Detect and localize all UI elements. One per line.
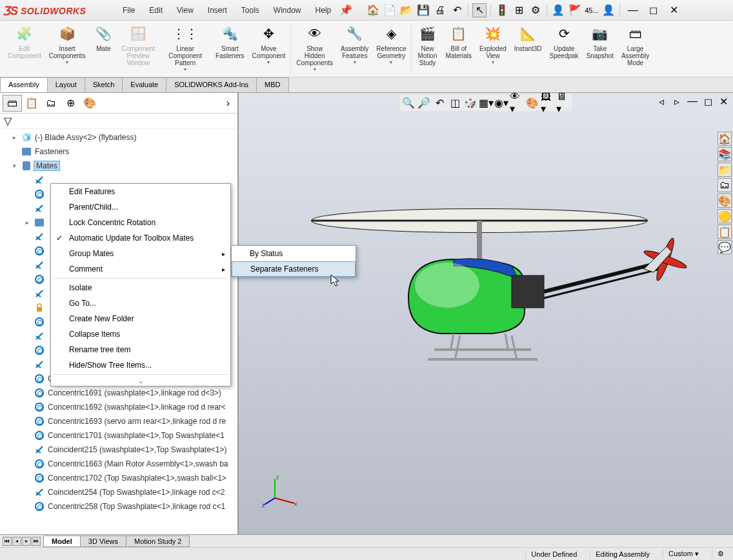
ribbon-linear-pattern[interactable]: ⋮⋮Linear ComponentPattern▾ (159, 22, 212, 77)
edit-appearance-icon[interactable]: 👁▾ (510, 95, 524, 110)
save-icon[interactable]: 💾 (416, 3, 430, 17)
display-style-icon[interactable]: ▦▾ (479, 95, 493, 110)
ribbon-update-speedpak[interactable]: ⟳UpdateSpeedpak (546, 22, 583, 77)
ribbon-instant3d[interactable]: 📐Instant3D (510, 22, 546, 77)
tree-item-fasteners[interactable]: Fasteners (0, 145, 237, 159)
ribbon-new-motion-study[interactable]: 🎬NewMotionStudy (413, 22, 441, 77)
ribbon-take-snapshot[interactable]: 📷TakeSnapshot (583, 22, 618, 77)
viewport-prev-icon[interactable]: ◃ (654, 94, 668, 108)
hide-show-icon[interactable]: ◉▾ (494, 95, 508, 110)
viewport-close-icon[interactable]: ✕ (716, 94, 730, 108)
menu-help[interactable]: Help (309, 3, 338, 17)
tree-mate-item[interactable]: Concentric1701 (swashplate<1>,Top Swashp… (0, 428, 237, 443)
menu-tools[interactable]: Tools (235, 3, 266, 17)
maximize-button[interactable]: ◻ (645, 3, 663, 17)
view-settings-icon[interactable]: 🖼▾ (541, 95, 555, 110)
tree-mate-item[interactable]: Coincident254 (Top Swashplate<1>,linkage… (0, 485, 237, 499)
displaymanager-tab-icon[interactable]: 🎨 (80, 95, 99, 112)
previous-view-icon[interactable]: ↶ (432, 95, 447, 110)
rail-resources-icon[interactable]: 📚 (718, 147, 732, 161)
viewport-next-icon[interactable]: ▹ (670, 94, 684, 108)
cm-create-new-folder[interactable]: Create New Folder (51, 311, 230, 326)
home-icon[interactable]: 🏠 (366, 3, 380, 17)
cm-hide-show-tree-items[interactable]: Hide/Show Tree Items... (51, 357, 230, 373)
flag-icon[interactable]: 🚩 (568, 3, 582, 17)
ribbon-smart-fasteners[interactable]: 🔩SmartFasteners (212, 22, 248, 77)
minimize-button[interactable]: — (624, 3, 642, 17)
cm-parent-child[interactable]: Parent/Child... (51, 199, 230, 215)
tab-mbd[interactable]: MBD (256, 77, 288, 92)
featuretree-tab-icon[interactable]: 🗃 (3, 95, 22, 112)
rail-custom-properties-icon[interactable]: 📋 (718, 225, 732, 239)
undo-icon[interactable]: ↶ (450, 3, 464, 17)
tree-mate-item[interactable]: Concentric1663 (Main Rotor Assembly<1>,s… (0, 457, 237, 471)
bt-next-icon[interactable]: ▸ (22, 537, 31, 546)
tree-mate-item[interactable]: Concentric1693 (servo arm rear<1>,linkag… (0, 414, 237, 428)
tree-mate-item[interactable]: Coincident215 (swashplate<1>,Top Swashpl… (0, 443, 237, 457)
ribbon-assembly-features[interactable]: 🔧AssemblyFeatures▾ (337, 22, 372, 77)
tree-mate-item[interactable]: Concentric1691 (swashplate<1>,linkage ro… (0, 386, 237, 400)
cm-expand-more[interactable]: ⌄ (51, 376, 230, 386)
zoom-area-icon[interactable]: 🔎 (417, 95, 431, 110)
submenu-separate-fasteners[interactable]: Separate Fasteners (232, 261, 356, 277)
tree-filter[interactable]: ▽ (0, 114, 237, 129)
zoom-fit-icon[interactable]: 🔍 (401, 95, 416, 110)
bt-last-icon[interactable]: ⏭ (32, 537, 41, 546)
bt-first-icon[interactable]: ⏮ (3, 537, 12, 546)
print-icon[interactable]: 🖨 (433, 3, 447, 17)
cm-lock-concentric[interactable]: Lock Concentric Rotation (51, 215, 230, 230)
cm-collapse-items[interactable]: Collapse Items (51, 326, 230, 342)
view-orientation-icon[interactable]: 🎲 (463, 95, 477, 110)
status-gear-icon[interactable]: ⚙ (712, 550, 729, 558)
section-view-icon[interactable]: ◫ (448, 95, 462, 110)
tree-mate-item[interactable]: Concentric258 (Top Swashplate<1>,linkage… (0, 499, 237, 514)
help-icon[interactable]: 👤 (601, 3, 616, 17)
menu-window[interactable]: Window (267, 3, 308, 17)
tab-sketch[interactable]: Sketch (85, 77, 123, 92)
cm-edit-features[interactable]: Edit Features (51, 184, 230, 199)
rail-appearances-icon[interactable]: 🟡 (718, 209, 732, 223)
tab-assembly[interactable]: Assembly (0, 77, 48, 92)
ribbon-mate[interactable]: 📎Mate (89, 22, 117, 77)
tree-item-mates[interactable]: ▾ Mates (0, 159, 237, 173)
tree-mate-item[interactable]: Concentric1692 (swashplate<1>,linkage ro… (0, 400, 237, 414)
pin-icon[interactable]: 📌 (339, 3, 353, 17)
open-icon[interactable]: 📂 (399, 3, 414, 17)
viewport-restore-icon[interactable]: ◻ (701, 94, 715, 108)
rail-file-explorer-icon[interactable]: 🗂 (718, 178, 732, 192)
user-icon[interactable]: 👤 (551, 3, 565, 17)
settings-icon[interactable]: ⚙ (528, 3, 543, 17)
panel-expand-icon[interactable]: › (221, 95, 235, 112)
bt-motion-study[interactable]: Motion Study 2 (126, 535, 190, 547)
dimxpert-tab-icon[interactable]: ⊕ (61, 95, 80, 112)
new-icon[interactable]: 📄 (383, 3, 397, 17)
ribbon-move-component[interactable]: ✥MoveComponent▾ (248, 22, 290, 77)
menu-edit[interactable]: Edit (143, 3, 169, 17)
tree-mate-item[interactable]: Concentric1702 (Top Swashplate<1>,swash … (0, 471, 237, 485)
bt-model[interactable]: Model (43, 535, 81, 547)
submenu-by-status[interactable]: By Status (232, 246, 356, 261)
options-icon[interactable]: ⊞ (512, 3, 526, 17)
status-units[interactable]: Custom ▾ (663, 550, 704, 558)
viewport-minimize-icon[interactable]: — (685, 94, 699, 108)
filter-icon[interactable]: ▽ (4, 115, 14, 125)
close-button[interactable]: ✕ (665, 3, 683, 17)
rail-home-icon[interactable]: 🏠 (718, 132, 732, 146)
menu-view[interactable]: View (170, 3, 200, 17)
bt-prev-icon[interactable]: ◂ (12, 537, 21, 546)
ribbon-reference-geometry[interactable]: ◈ReferenceGeometry▾ (372, 22, 410, 77)
ribbon-insert-components[interactable]: 📦InsertComponents▾ (45, 22, 90, 77)
tab-layout[interactable]: Layout (47, 77, 85, 92)
menu-file[interactable]: File (116, 3, 141, 17)
tab-evaluate[interactable]: Evaluate (122, 77, 166, 92)
render-icon[interactable]: 🖥▾ (556, 95, 570, 110)
tab-addins[interactable]: SOLIDWORKS Add-Ins (166, 77, 257, 92)
cm-group-mates[interactable]: Group Mates (51, 246, 230, 261)
apply-scene-icon[interactable]: 🎨 (525, 95, 539, 110)
tree-item-blade-assy[interactable]: ▸🧊 (-) Blade Assy<2> (flybarless) (0, 130, 237, 145)
ribbon-large-assembly[interactable]: 🗃LargeAssemblyMode (618, 22, 653, 77)
graphics-viewport[interactable]: 🔍 🔎 ↶ ◫ 🎲 ▦▾ ◉▾ 👁▾ 🎨 🖼▾ 🖥▾ ◃ ▹ — ◻ ✕ (239, 93, 733, 534)
cm-isolate[interactable]: Isolate (51, 280, 230, 295)
cm-rename-tree-item[interactable]: Rename tree item (51, 342, 230, 357)
select-icon[interactable]: ↖ (472, 3, 487, 17)
